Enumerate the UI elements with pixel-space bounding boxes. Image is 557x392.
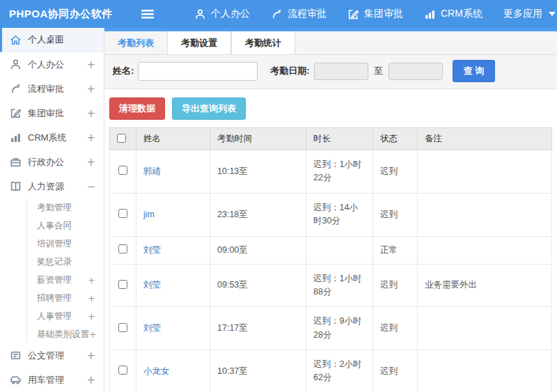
attendance-time: 09:00至: [210, 236, 306, 264]
sidebar-item-personal-office[interactable]: 个人办公 +: [0, 52, 104, 77]
collapse-sign[interactable]: −: [86, 180, 95, 193]
row-checkbox[interactable]: [118, 244, 127, 253]
status-cell: 迟到: [373, 307, 418, 350]
row-checkbox[interactable]: [118, 366, 127, 375]
export-query-list-button[interactable]: 导出查询列表: [172, 97, 246, 120]
expand-sign[interactable]: +: [86, 58, 95, 71]
attendance-time: 17:17至: [210, 307, 306, 350]
expand-sign[interactable]: +: [86, 132, 95, 144]
date-from-input[interactable]: [314, 63, 368, 80]
subitem-label: 招聘管理: [37, 292, 88, 304]
subitem-label: 考勤管理: [37, 202, 95, 214]
status-cell: 正常: [373, 236, 418, 264]
expand-sign[interactable]: +: [88, 311, 95, 322]
attendance-time: 10:13至: [210, 150, 306, 194]
duration-cell: [306, 236, 373, 264]
header-time: 考勤时间: [210, 128, 306, 150]
header-duration: 时长: [306, 128, 373, 150]
main-area: 个人桌面 个人办公 + 流程审批 + 集团审批 + CRM系统 +: [0, 28, 557, 392]
sidebar-item-human-resources[interactable]: 人力资源 −: [0, 174, 104, 198]
row-checkbox[interactable]: [118, 323, 127, 332]
clean-data-button[interactable]: 清理数据: [109, 97, 165, 120]
query-button[interactable]: 查 询: [453, 60, 496, 82]
sidebar-subitem-attendance-management[interactable]: 考勤管理: [27, 198, 104, 217]
user-icon: [194, 8, 206, 20]
attendance-time: 23:18至: [210, 193, 306, 236]
caret-down-icon: [549, 12, 556, 16]
home-icon: [10, 34, 22, 46]
expand-sign[interactable]: +: [86, 374, 95, 386]
duration-cell: 迟到：2小时62分: [306, 350, 373, 392]
subitem-label: 基础类别设置: [37, 329, 89, 340]
sidebar-subitem-reward-punishment[interactable]: 奖惩记录: [27, 253, 104, 271]
tab-attendance-settings[interactable]: 考勤设置: [167, 31, 231, 55]
document-icon: [10, 350, 22, 361]
sidebar-item-workflow-approval[interactable]: 流程审批 +: [0, 77, 104, 101]
row-checkbox[interactable]: [118, 280, 127, 289]
expand-sign[interactable]: +: [88, 275, 95, 285]
topnav-group-approval[interactable]: 集团审批: [337, 0, 414, 28]
sidebar-item-group-approval[interactable]: 集团审批 +: [0, 101, 104, 125]
sidebar-subitem-salary-management[interactable]: 薪资管理 +: [27, 271, 104, 289]
employee-name-link[interactable]: 郭靖: [143, 166, 161, 176]
sidebar-subitem-basic-category-settings[interactable]: 基础类别设置 +: [27, 325, 104, 343]
subitem-label: 薪资管理: [37, 274, 88, 286]
sidebar-item-label: 公文管理: [28, 350, 86, 362]
date-to-input[interactable]: [389, 63, 443, 80]
sidebar-item-admin-office[interactable]: 行政办公 +: [0, 150, 104, 174]
table-row: 郭靖 10:13至 迟到：1小时22分 迟到: [110, 150, 552, 194]
expand-sign[interactable]: +: [86, 156, 95, 168]
flow-icon: [10, 83, 22, 95]
sidebar-item-vehicle-management[interactable]: 用车管理 +: [0, 368, 104, 392]
sidebar-item-label: 行政办公: [28, 156, 86, 168]
topnav-label: 更多应用: [503, 8, 542, 20]
topnav-crm-system[interactable]: CRM系统: [414, 0, 493, 28]
subitem-label: 人事管理: [37, 311, 88, 322]
sidebar-item-label: 个人办公: [28, 58, 86, 71]
name-search-input[interactable]: [138, 62, 258, 81]
sidebar-item-crm-system[interactable]: CRM系统 +: [0, 125, 104, 150]
employee-name-link[interactable]: 刘莹: [143, 323, 161, 333]
car-icon: [10, 374, 22, 386]
attendance-time: 09:53至: [210, 264, 306, 307]
expand-sign[interactable]: +: [86, 83, 95, 95]
topnav-workflow-approval[interactable]: 流程审批: [260, 0, 337, 28]
employee-name-link[interactable]: 刘莹: [143, 280, 161, 290]
table-row: 刘莹 17:17至 迟到：9小时28分 迟到: [110, 307, 552, 350]
name-label: 姓名:: [113, 65, 134, 77]
status-cell: 迟到: [373, 350, 418, 392]
sidebar-subitem-training-management[interactable]: 培训管理: [27, 235, 104, 253]
row-checkbox[interactable]: [118, 166, 127, 175]
sidebar-item-label: 用车管理: [28, 374, 86, 386]
table-header-row: 姓名 考勤时间 时长 状态 备注: [110, 128, 552, 150]
topnav-personal-office[interactable]: 个人办公: [184, 0, 260, 28]
sidebar-subitem-personnel-contract[interactable]: 人事合同: [27, 217, 104, 235]
sidebar-item-document-management[interactable]: 公文管理 +: [0, 343, 104, 368]
topnav-label: 流程审批: [288, 8, 327, 20]
status-cell: 迟到: [373, 193, 418, 236]
duration-cell: 迟到：1小时88分: [306, 264, 373, 307]
attendance-time: 10:37至: [210, 350, 306, 392]
status-cell: 迟到: [373, 264, 418, 307]
sidebar: 个人桌面 个人办公 + 流程审批 + 集团审批 + CRM系统 +: [0, 28, 104, 392]
sidebar-subitem-recruitment-management[interactable]: 招聘管理 +: [27, 289, 104, 307]
expand-sign[interactable]: +: [86, 107, 95, 120]
topnav-more-apps[interactable]: 更多应用: [493, 0, 557, 28]
employee-name-link[interactable]: jim: [143, 210, 155, 219]
sidebar-item-personal-desktop[interactable]: 个人桌面: [0, 28, 104, 52]
sidebar-subitem-personnel-management[interactable]: 人事管理 +: [27, 307, 104, 325]
row-checkbox[interactable]: [118, 209, 127, 218]
expand-sign[interactable]: +: [86, 350, 95, 362]
hamburger-menu-icon[interactable]: [141, 8, 155, 19]
subitem-label: 培训管理: [37, 238, 95, 250]
expand-sign[interactable]: +: [89, 329, 97, 340]
top-navigation: 个人办公 流程审批 集团审批 CRM系统 更多应用: [184, 0, 557, 28]
expand-sign[interactable]: +: [88, 293, 95, 304]
tab-attendance-list[interactable]: 考勤列表: [104, 31, 167, 55]
employee-name-link[interactable]: 小龙女: [143, 366, 170, 376]
employee-name-link[interactable]: 刘莹: [143, 245, 161, 255]
edit-icon: [347, 8, 359, 20]
attendance-table: 姓名 考勤时间 时长 状态 备注 郭靖 10:13至 迟到：1小时22分: [109, 127, 552, 392]
tab-attendance-statistics[interactable]: 考勤统计: [231, 31, 295, 55]
select-all-checkbox[interactable]: [117, 134, 126, 143]
